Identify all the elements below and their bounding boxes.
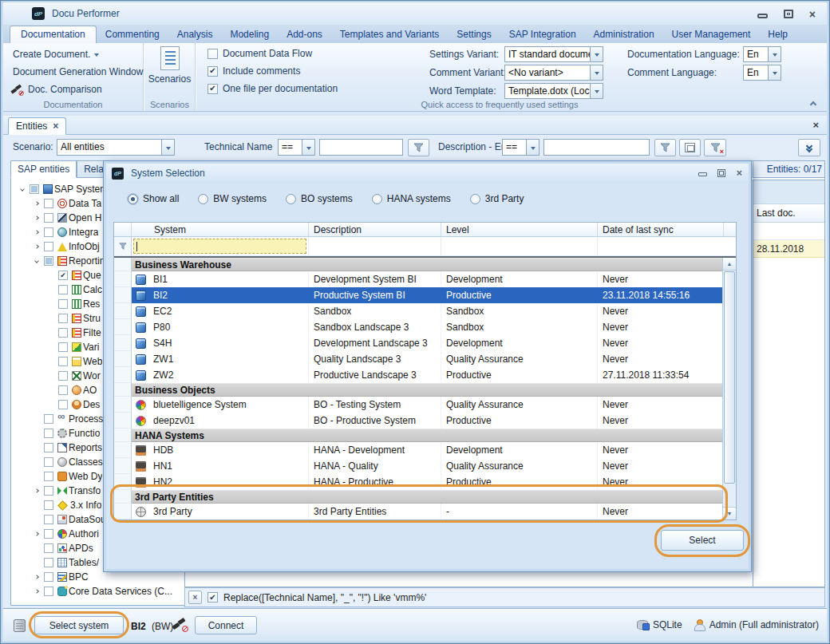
- technical-name-operator-select[interactable]: ==: [278, 139, 315, 156]
- tree-checkbox[interactable]: [44, 213, 53, 223]
- document-generation-window-button[interactable]: Document Generation Window: [13, 65, 143, 79]
- tree-checkbox[interactable]: [44, 227, 53, 237]
- system-row-deepzv01[interactable]: deepzv01BO - Productive SystemProductive…: [114, 413, 736, 429]
- radio-bw-systems[interactable]: BW systems: [198, 193, 267, 204]
- select-system-button[interactable]: Select system: [34, 616, 124, 634]
- system-row-bi2[interactable]: BI2Productive System BIProductive23.11.2…: [114, 287, 736, 303]
- system-row-p80[interactable]: P80Sandbox Landscape 3SandboxNever: [114, 319, 736, 335]
- tree-checkbox[interactable]: [44, 587, 53, 596]
- tree-checkbox[interactable]: [44, 429, 53, 438]
- combo-dropdown-button[interactable]: [768, 47, 781, 61]
- restore-icon[interactable]: [717, 169, 725, 177]
- minimize-icon[interactable]: [757, 14, 768, 18]
- ribbon-tab-user-management[interactable]: User Management: [663, 26, 760, 43]
- system-filter-cell[interactable]: [132, 237, 309, 256]
- close-icon[interactable]: ×: [809, 10, 816, 19]
- technical-name-filter-button[interactable]: [408, 139, 429, 156]
- ribbon-tab-administration[interactable]: Administration: [585, 26, 663, 43]
- radio-3rd-party[interactable]: 3rd Party: [470, 193, 524, 204]
- technical-name-filter-input[interactable]: [319, 139, 403, 156]
- combo-dropdown-button[interactable]: [590, 65, 603, 80]
- ribbon-tab-documentation[interactable]: Documentation: [10, 26, 97, 44]
- expander-icon[interactable]: [32, 590, 42, 593]
- tree-checkbox[interactable]: [44, 558, 53, 567]
- document-area-close-icon[interactable]: ×: [812, 119, 819, 131]
- doc-comparison-button[interactable]: Doc. Comparison: [10, 82, 102, 97]
- tab-entities[interactable]: Entities ×: [8, 117, 66, 135]
- vertical-scrollbar[interactable]: ▲ ▼: [722, 258, 736, 520]
- tree-checkbox[interactable]: [44, 457, 53, 467]
- tree-checkbox[interactable]: [44, 242, 53, 251]
- tab-sap-entities[interactable]: SAP entities: [10, 160, 77, 178]
- tree-checkbox[interactable]: [44, 199, 53, 208]
- more-filters-button[interactable]: [798, 139, 820, 156]
- system-row-bi1[interactable]: BI1Development System BIDevelopmentNever: [114, 271, 736, 287]
- radio-button[interactable]: [286, 194, 296, 204]
- radio-button[interactable]: [470, 194, 480, 204]
- minimize-icon[interactable]: [698, 172, 707, 176]
- tree-checkbox[interactable]: [58, 357, 68, 366]
- radio-button[interactable]: [128, 194, 138, 204]
- tree-checkbox[interactable]: [44, 414, 53, 424]
- create-document-button[interactable]: Create Document.: [13, 47, 99, 61]
- maximize-icon[interactable]: [784, 10, 793, 18]
- expander-icon[interactable]: [32, 231, 42, 234]
- description-filter-input[interactable]: [543, 139, 650, 156]
- expander-icon[interactable]: [32, 532, 42, 535]
- expander-icon[interactable]: [32, 489, 42, 492]
- tree-checkbox[interactable]: [44, 515, 53, 524]
- scroll-up-icon[interactable]: ▲: [723, 258, 736, 271]
- radio-button[interactable]: [372, 194, 382, 204]
- expander-icon[interactable]: [32, 245, 42, 248]
- tree-checkbox[interactable]: [58, 371, 68, 381]
- expander-icon[interactable]: [32, 202, 42, 205]
- radio-button[interactable]: [198, 194, 208, 204]
- radio-show-all[interactable]: Show all: [128, 193, 179, 204]
- field-combo[interactable]: En: [743, 46, 781, 62]
- tab-close-icon[interactable]: ×: [53, 122, 58, 130]
- system-row-hn1[interactable]: HN1HANA - QualityQuality AssuranceNever: [114, 458, 736, 474]
- ribbon-tab-settings[interactable]: Settings: [448, 26, 500, 43]
- clear-filter-button[interactable]: ×: [704, 139, 726, 156]
- ribbon-tab-analysis[interactable]: Analysis: [168, 26, 222, 43]
- collapse-ribbon-button[interactable]: [806, 97, 820, 109]
- combo-dropdown-button[interactable]: [161, 140, 174, 155]
- ribbon-tab-help[interactable]: Help: [759, 26, 796, 43]
- checkbox[interactable]: ✔: [208, 84, 218, 94]
- system-row-hn2[interactable]: HN2HANA - ProductiveProductiveNever: [114, 474, 736, 490]
- ribbon-option-one-file-per-documentation[interactable]: ✔One file per documentation: [208, 81, 338, 96]
- combo-dropdown-button[interactable]: [526, 140, 539, 155]
- expander-icon[interactable]: [18, 188, 27, 191]
- tree-checkbox[interactable]: [58, 299, 68, 309]
- tree-checkbox[interactable]: [44, 572, 53, 582]
- description-filter-button[interactable]: [654, 139, 676, 156]
- tree-checkbox[interactable]: [58, 400, 68, 409]
- tree-checkbox[interactable]: [44, 472, 53, 481]
- last-doc-header[interactable]: Last doc.: [753, 204, 824, 223]
- ribbon-tab-sap-integration[interactable]: SAP Integration: [500, 26, 585, 43]
- system-row-zw2[interactable]: ZW2Productive Landscape 3Productive27.11…: [114, 367, 736, 383]
- field-combo[interactable]: IT standard documen...: [504, 46, 603, 62]
- tree-checkbox[interactable]: [58, 328, 68, 338]
- ribbon-option-document-data-flow[interactable]: Document Data Flow: [208, 46, 338, 61]
- checkbox[interactable]: ✔: [208, 66, 218, 77]
- field-combo[interactable]: En: [743, 65, 781, 81]
- combo-dropdown-button[interactable]: [590, 47, 603, 61]
- column-header-description[interactable]: Description: [309, 223, 441, 236]
- description-operator-select[interactable]: ==: [502, 139, 540, 156]
- ribbon-option-include-comments[interactable]: ✔Include comments: [208, 64, 338, 78]
- system-row-zw1[interactable]: ZW1Quality Landscape 3Quality AssuranceN…: [114, 351, 736, 367]
- system-row-s4h[interactable]: S4HDevelopment Landscape 3DevelopmentNev…: [114, 335, 736, 351]
- ribbon-tab-modeling[interactable]: Modeling: [221, 26, 278, 43]
- tree-checkbox[interactable]: [58, 385, 68, 395]
- radio-hana-systems[interactable]: HANA systems: [372, 193, 451, 204]
- expander-icon[interactable]: [32, 259, 42, 263]
- scroll-down-icon[interactable]: ▼: [723, 507, 736, 520]
- column-header-system[interactable]: System: [132, 223, 309, 236]
- tree-checkbox[interactable]: ✔: [58, 271, 68, 280]
- ribbon-tab-add-ons[interactable]: Add-ons: [278, 26, 331, 43]
- system-row-3rd-party[interactable]: 3rd Party3rd Party Entities-Never: [114, 504, 736, 520]
- tree-checkbox[interactable]: [44, 500, 53, 510]
- tree-checkbox[interactable]: [44, 486, 53, 496]
- tree-checkbox[interactable]: [58, 342, 68, 352]
